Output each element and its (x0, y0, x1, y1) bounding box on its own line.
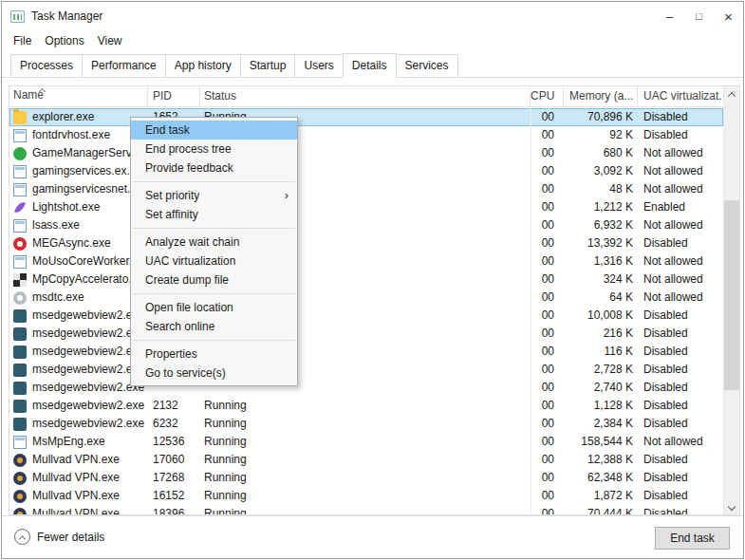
column-header-cpu[interactable]: CPU (531, 86, 564, 106)
cell-cpu: 00 (531, 325, 564, 343)
tab-app-history[interactable]: App history (165, 54, 241, 78)
table-row[interactable]: GameManagerServ...00680 KNot allowed (9, 144, 723, 162)
column-header-pid[interactable]: PID (148, 86, 200, 106)
table-row[interactable]: Mullvad VPN.exe16152Running001,872 KDisa… (9, 487, 723, 505)
app-window-icon (13, 165, 27, 178)
context-set-affinity[interactable]: Set affinity (131, 205, 297, 224)
menu-file[interactable]: File (7, 32, 38, 49)
close-button[interactable]: × (714, 2, 743, 30)
fewer-details-label: Fewer details (37, 531, 104, 544)
table-row[interactable]: MpCopyAccelerato...00324 KNot allowed (9, 271, 723, 289)
minimize-button[interactable]: – (655, 2, 684, 30)
cell-pid: 16152 (148, 487, 200, 505)
cell-memory: 92 K (564, 126, 638, 144)
table-row[interactable]: gamingservices.ex...003,092 KNot allowed (9, 162, 723, 180)
end-task-button[interactable]: End task (655, 527, 730, 550)
table-row[interactable]: msedgewebview2.exe00116 KDisabled (9, 343, 723, 361)
table-row[interactable]: msedgewebview2.exe002,728 KDisabled (9, 361, 723, 379)
table-row[interactable]: msedgewebview2.exe2132Running001,128 KDi… (9, 397, 723, 415)
cell-uac-virtualization: Disabled (638, 505, 723, 514)
table-row[interactable]: explorer.exe1652Running0070,896 KDisable… (9, 108, 723, 126)
table-row[interactable]: msdtc.exe0064 KNot allowed (9, 289, 723, 307)
context-analyze-wait-chain[interactable]: Analyze wait chain (131, 233, 297, 252)
table-row[interactable]: Mullvad VPN.exe18396Running0070,444 KDis… (9, 505, 723, 514)
cell-pid: 2132 (148, 397, 200, 415)
table-row[interactable]: gamingservicesnet...0048 KNot allowed (9, 180, 723, 198)
cell-memory: 2,728 K (564, 361, 638, 379)
column-header-memory[interactable]: Memory (a... (564, 86, 638, 106)
cell-name: MpCopyAccelerato... (9, 271, 148, 289)
menu-separator (133, 340, 295, 341)
column-label: Status (204, 89, 236, 103)
column-header-uac-virtualization[interactable]: UAC virtualizat... (638, 86, 723, 106)
checker-icon (13, 273, 27, 287)
process-name: MEGAsync.exe (32, 234, 111, 252)
tab-services[interactable]: Services (396, 54, 458, 78)
context-provide-feedback[interactable]: Provide feedback (131, 159, 297, 177)
cell-memory: 12,388 K (564, 451, 638, 469)
menu-options[interactable]: Options (38, 32, 90, 49)
context-end-process-tree[interactable]: End process tree (131, 140, 297, 159)
cell-memory: 62,348 K (564, 469, 638, 487)
cell-uac-virtualization: Not allowed (638, 162, 723, 180)
tab-users[interactable]: Users (294, 54, 343, 78)
scroll-up-button[interactable] (724, 86, 739, 103)
cell-uac-virtualization: Disabled (638, 361, 723, 379)
tab-details[interactable]: Details (343, 53, 397, 78)
menu-bar: FileOptionsView (2, 30, 743, 50)
scrollbar-thumb[interactable] (724, 200, 739, 390)
cell-name: msedgewebview2.exe (9, 307, 148, 325)
menu-item-label: Provide feedback (145, 161, 233, 175)
context-properties[interactable]: Properties (131, 345, 297, 364)
mullvad-icon (13, 454, 27, 467)
context-go-to-service-s[interactable]: Go to service(s) (131, 364, 297, 383)
scroll-down-button[interactable] (724, 498, 739, 514)
context-end-task[interactable]: End task (131, 121, 297, 140)
menu-item-label: Set priority (145, 189, 199, 202)
webview-icon (13, 400, 27, 413)
collapse-circle-icon (14, 529, 30, 545)
menu-item-label: End process tree (145, 142, 232, 156)
table-row[interactable]: Mullvad VPN.exe17268Running0062,348 KDis… (9, 469, 723, 487)
table-row[interactable]: msedgewebview2.exe6232Running002,384 KDi… (9, 415, 723, 433)
vertical-scrollbar[interactable] (723, 86, 739, 514)
table-row[interactable]: lsass.exe006,932 KNot allowed (9, 216, 723, 234)
context-create-dump-file[interactable]: Create dump file (131, 271, 297, 289)
process-name: msedgewebview2.exe (32, 361, 144, 379)
table-row[interactable]: MsMpEng.exe12536Running00158,544 KNot al… (9, 433, 723, 451)
tab-startup[interactable]: Startup (240, 54, 296, 78)
table-row[interactable]: Lightshot.exe001,212 KEnabled (9, 198, 723, 216)
column-header-name[interactable]: Name (9, 86, 148, 106)
fewer-details-toggle[interactable]: Fewer details (14, 529, 104, 545)
titlebar[interactable]: Task Manager –□× (2, 2, 743, 30)
cell-name: gamingservicesnet... (9, 180, 148, 198)
cell-memory: 48 K (564, 180, 638, 198)
cell-name: Mullvad VPN.exe (9, 505, 148, 514)
window-controls: –□× (655, 2, 743, 30)
column-header-status[interactable]: Status (200, 86, 531, 106)
context-open-file-location[interactable]: Open file location (131, 298, 297, 317)
table-row[interactable]: MoUsoCoreWorker...001,316 KNot allowed (9, 252, 723, 271)
table-row[interactable]: MEGAsync.exe0013,392 KDisabled (9, 234, 723, 252)
menu-separator (133, 228, 295, 229)
tab-processes[interactable]: Processes (10, 54, 83, 78)
webview-icon (13, 345, 27, 359)
table-row[interactable]: msedgewebview2.exe0010,008 KDisabled (9, 307, 723, 325)
table-row[interactable]: msedgewebview2.exe00216 KDisabled (9, 325, 723, 343)
maximize-button[interactable]: □ (684, 2, 714, 30)
context-uac-virtualization[interactable]: UAC virtualization (131, 252, 297, 271)
menu-view[interactable]: View (91, 32, 129, 49)
table-row[interactable]: msedgewebview2.exe002,740 KDisabled (9, 379, 723, 397)
process-name: fontdrvhost.exe (32, 126, 110, 144)
context-search-online[interactable]: Search online (131, 317, 297, 336)
cell-memory: 2,384 K (564, 415, 638, 433)
context-set-priority[interactable]: Set priority› (131, 186, 297, 205)
cell-memory: 3,092 K (564, 162, 638, 180)
cell-pid: 17268 (148, 469, 200, 487)
cell-cpu: 00 (531, 198, 564, 216)
table-row[interactable]: Mullvad VPN.exe17060Running0012,388 KDis… (9, 451, 723, 469)
tab-performance[interactable]: Performance (82, 54, 166, 78)
cell-pid: 17060 (148, 451, 200, 469)
table-row[interactable]: fontdrvhost.exe0092 KDisabled (9, 126, 723, 144)
cell-name: gamingservices.ex... (9, 162, 148, 180)
